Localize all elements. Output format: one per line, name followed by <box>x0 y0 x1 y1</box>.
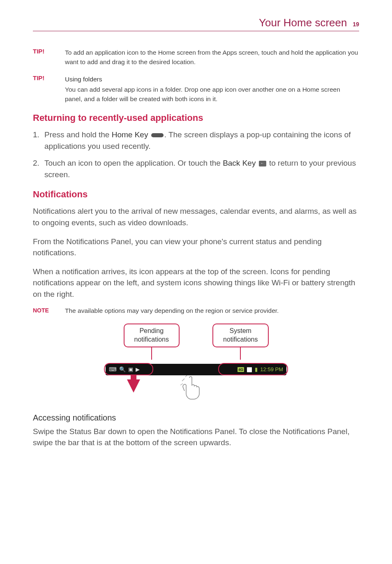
tip-block: TIP! Using folders You can add several a… <box>33 74 359 104</box>
home-key-label: Home Key <box>112 130 148 139</box>
status-bar-diagram: Pending notifications System notificatio… <box>33 324 359 402</box>
tip-body-text: You can add several app icons in a folde… <box>65 86 340 102</box>
step-text: Touch an icon to open the application. O… <box>44 157 359 180</box>
note-label: NOTE <box>33 307 53 314</box>
callout-box: System notifications <box>212 324 269 347</box>
callout-line2: notifications <box>223 335 258 344</box>
ordered-step: 2. Touch an icon to open the application… <box>33 157 359 180</box>
tip-text: To add an application icon to the Home s… <box>65 48 359 67</box>
note-block: NOTE The available options may vary depe… <box>33 307 359 314</box>
tip-block: TIP! To add an application icon to the H… <box>33 48 359 67</box>
tip-subhead: Using folders <box>65 74 359 84</box>
swipe-arrow <box>127 375 140 393</box>
page-header: Your Home screen 19 <box>33 16 359 31</box>
paragraph: From the Notifications Panel, you can vi… <box>33 236 359 259</box>
callout-connector <box>151 347 152 360</box>
back-key-label: Back Key <box>223 159 256 167</box>
paragraph: Swipe the Status Bar down to open the No… <box>33 426 359 448</box>
highlight-ring-left <box>104 363 153 375</box>
step-number: 1. <box>33 129 40 152</box>
callout-line1: Pending <box>134 327 169 335</box>
subheading-accessing: Accessing notifications <box>33 413 359 423</box>
tip-label: TIP! <box>33 48 49 67</box>
callout-line1: System <box>223 327 258 335</box>
text-run: Touch an icon to open the application. O… <box>44 159 223 167</box>
step-number: 2. <box>33 157 40 180</box>
section-heading-returning: Returning to recently-used applications <box>33 113 359 123</box>
callout-pending: Pending notifications <box>124 324 180 360</box>
section-heading-notifications: Notifications <box>33 189 359 200</box>
hand-gesture-icon <box>177 373 206 402</box>
step-text: Press and hold the Home Key . The screen… <box>44 129 359 152</box>
document-page: Your Home screen 19 TIP! To add an appli… <box>0 0 392 481</box>
highlight-ring-right <box>218 363 288 375</box>
signal-icon <box>247 366 252 372</box>
paragraph: Notifications alert you to the arrival o… <box>33 206 359 228</box>
tip-label: TIP! <box>33 74 49 104</box>
callout-connector <box>240 347 241 360</box>
callout-row: Pending notifications System notificatio… <box>124 324 269 360</box>
status-bar: ⌨ 🔍 ▣ ▶ 4G 12:59 PM <box>106 364 286 375</box>
paragraph: When a notification arrives, its icon ap… <box>33 266 359 300</box>
callout-box: Pending notifications <box>124 324 180 347</box>
home-key-icon <box>151 133 164 137</box>
callout-line2: notifications <box>134 335 169 344</box>
note-text: The available options may vary depending… <box>65 307 279 314</box>
text-run: Press and hold the <box>44 130 112 139</box>
back-key-icon <box>259 161 266 166</box>
ordered-step: 1. Press and hold the Home Key . The scr… <box>33 129 359 152</box>
gesture-row <box>106 375 286 402</box>
page-number: 19 <box>353 21 359 28</box>
callout-system: System notifications <box>212 324 269 360</box>
tip-text: Using folders You can add several app ic… <box>65 74 359 104</box>
header-title: Your Home screen <box>259 16 347 29</box>
